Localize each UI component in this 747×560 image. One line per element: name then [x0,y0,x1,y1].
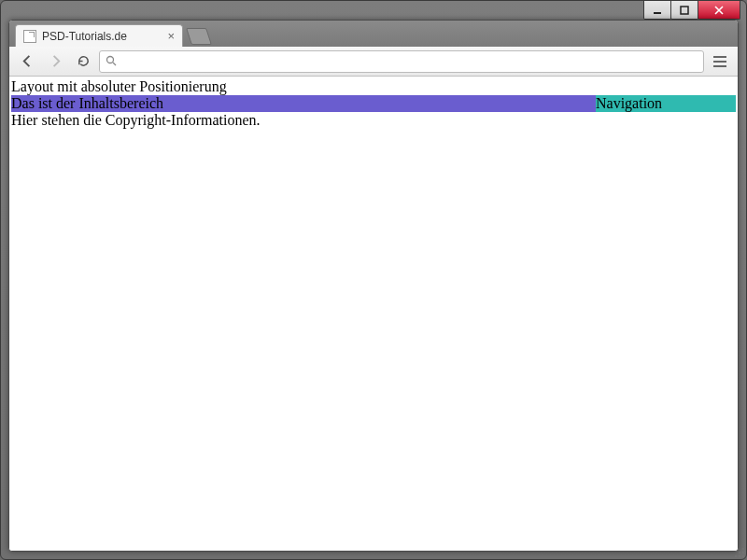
address-bar[interactable] [99,50,704,73]
window-controls [644,1,740,21]
maximize-button[interactable] [670,1,698,20]
page-icon [23,30,36,43]
search-icon [106,53,117,70]
menu-button[interactable] [708,49,732,74]
page-viewport[interactable]: Layout mit absoluter Positionierung Das … [9,77,738,551]
tab-active[interactable]: PSD-Tutorials.de × [15,24,183,47]
new-tab-button[interactable] [186,28,212,45]
browser-shell: PSD-Tutorials.de × [8,20,739,552]
tab-title: PSD-Tutorials.de [42,30,127,43]
tab-close-icon[interactable]: × [167,30,175,42]
tab-strip: PSD-Tutorials.de × [9,21,738,47]
svg-line-3 [113,63,116,65]
svg-point-2 [107,56,114,63]
page-body: Layout mit absoluter Positionierung Das … [9,77,738,131]
svg-rect-1 [681,7,688,14]
content-area: Das ist der Inhaltsbereich [11,95,596,112]
minimize-button[interactable] [643,1,671,20]
page-footer: Hier stehen die Copyright-Informationen. [11,112,736,129]
back-button[interactable] [15,49,39,74]
close-button[interactable] [698,1,740,20]
navigation-area: Navigation [596,95,736,112]
page-header: Layout mit absoluter Positionierung [11,78,736,95]
toolbar [9,47,738,77]
resize-grip[interactable] [731,544,744,557]
hamburger-icon [713,56,726,58]
svg-rect-0 [654,12,661,14]
window-frame: PSD-Tutorials.de × [0,0,747,560]
page-main-row: Das ist der Inhaltsbereich Navigation [11,95,736,112]
address-input[interactable] [122,55,698,68]
forward-button[interactable] [43,49,67,74]
reload-button[interactable] [71,49,95,74]
